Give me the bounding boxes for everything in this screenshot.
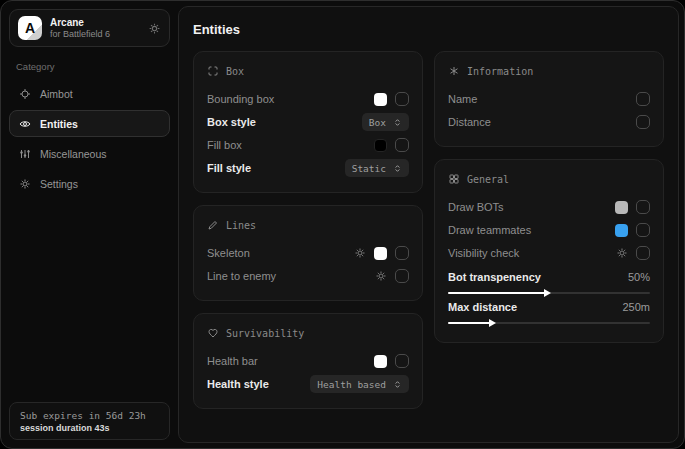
dropdown-value: Box xyxy=(369,117,386,128)
setting-label: Skeleton xyxy=(207,247,250,259)
setting-label: Fill box xyxy=(207,139,242,151)
setting-row-fill-style: Fill style Static xyxy=(207,157,409,179)
card-title: General xyxy=(467,174,509,185)
gear-icon xyxy=(19,178,31,190)
setting-row-distance: Distance xyxy=(448,111,650,133)
chevron-up-down-icon xyxy=(393,118,402,127)
max-distance-slider-group: Max distance 250m xyxy=(448,301,650,324)
setting-row-draw-bots: Draw BOTs xyxy=(448,196,650,218)
fill-style-dropdown[interactable]: Static xyxy=(345,159,409,177)
slider-value: 250m xyxy=(622,301,650,313)
color-swatch[interactable] xyxy=(374,139,387,152)
distance-checkbox[interactable] xyxy=(636,115,650,129)
slider-thumb[interactable] xyxy=(489,319,496,327)
setting-row-fill-box: Fill box xyxy=(207,134,409,156)
setting-row-bounding-box: Bounding box xyxy=(207,88,409,110)
setting-label: Name xyxy=(448,93,477,105)
setting-row-visibility-check: Visibility check xyxy=(448,242,650,264)
lines-card: Lines Skeleton xyxy=(193,205,423,301)
session-duration-text: session duration 43s xyxy=(20,423,159,433)
gear-icon[interactable] xyxy=(354,247,366,259)
heart-icon xyxy=(207,327,219,339)
setting-label: Bot transpenency xyxy=(448,271,541,283)
crosshair-icon xyxy=(19,88,31,100)
app-window: A Arcane for Battlefield 6 Category Aimb… xyxy=(0,0,685,449)
main-panel: Entities Box Bounding box xyxy=(178,6,679,443)
sidebar-item-settings[interactable]: Settings xyxy=(9,170,170,197)
logo-card: A Arcane for Battlefield 6 xyxy=(9,9,170,47)
sliders-icon xyxy=(19,148,31,160)
bounding-box-checkbox[interactable] xyxy=(395,92,409,106)
setting-label: Draw BOTs xyxy=(448,201,504,213)
setting-row-health-bar: Health bar xyxy=(207,350,409,372)
gear-icon[interactable] xyxy=(616,247,628,259)
fill-box-checkbox[interactable] xyxy=(395,138,409,152)
setting-label: Health bar xyxy=(207,355,258,367)
card-title: Survivability xyxy=(226,328,304,339)
line-to-enemy-checkbox[interactable] xyxy=(395,269,409,283)
entities-icon xyxy=(19,118,31,130)
dropdown-value: Static xyxy=(352,163,386,174)
max-distance-slider[interactable] xyxy=(448,322,650,324)
sidebar-item-entities[interactable]: Entities xyxy=(9,110,170,137)
setting-label: Fill style xyxy=(207,162,251,174)
visibility-check-checkbox[interactable] xyxy=(636,246,650,260)
app-logo: A xyxy=(18,16,42,40)
dropdown-value: Health based xyxy=(317,379,386,390)
color-swatch[interactable] xyxy=(615,224,628,237)
setting-label: Visibility check xyxy=(448,247,519,259)
setting-row-skeleton: Skeleton xyxy=(207,242,409,264)
setting-label: Draw teammates xyxy=(448,224,531,236)
setting-row-line-to-enemy: Line to enemy xyxy=(207,265,409,287)
category-label: Category xyxy=(16,61,170,72)
color-swatch[interactable] xyxy=(615,201,628,214)
color-swatch[interactable] xyxy=(374,355,387,368)
page-title: Entities xyxy=(193,22,664,37)
health-style-dropdown[interactable]: Health based xyxy=(310,375,409,393)
box-style-dropdown[interactable]: Box xyxy=(362,113,409,131)
setting-label: Health style xyxy=(207,378,269,390)
app-tagline: for Battlefield 6 xyxy=(50,29,140,39)
bot-transparency-slider-group: Bot transpenency 50% xyxy=(448,271,650,294)
draw-bots-checkbox[interactable] xyxy=(636,200,650,214)
box-corners-icon xyxy=(207,65,219,77)
setting-row-draw-teammates: Draw teammates xyxy=(448,219,650,241)
sidebar-item-aimbot[interactable]: Aimbot xyxy=(9,80,170,107)
card-title: Information xyxy=(467,66,533,77)
sidebar-item-label: Miscellaneous xyxy=(40,148,107,160)
sidebar-item-miscellaneous[interactable]: Miscellaneous xyxy=(9,140,170,167)
draw-teammates-checkbox[interactable] xyxy=(636,223,650,237)
chevron-up-down-icon xyxy=(393,380,402,389)
color-swatch[interactable] xyxy=(374,93,387,106)
setting-label: Line to enemy xyxy=(207,270,276,282)
name-checkbox[interactable] xyxy=(636,92,650,106)
grid-icon xyxy=(448,173,460,185)
general-card: General Draw BOTs Draw teammates xyxy=(434,159,664,343)
sidebar-item-label: Entities xyxy=(40,118,78,130)
card-title: Lines xyxy=(226,220,256,231)
sidebar: A Arcane for Battlefield 6 Category Aimb… xyxy=(1,1,178,448)
slider-value: 50% xyxy=(628,271,650,283)
slider-thumb[interactable] xyxy=(544,289,551,297)
sidebar-item-label: Aimbot xyxy=(40,88,73,100)
pencil-line-icon xyxy=(207,219,219,231)
bot-transparency-slider[interactable] xyxy=(448,292,650,294)
skeleton-checkbox[interactable] xyxy=(395,246,409,260)
health-bar-checkbox[interactable] xyxy=(395,354,409,368)
setting-label: Box style xyxy=(207,116,256,128)
gear-icon[interactable] xyxy=(375,270,387,282)
sub-expires-text: Sub expires in 56d 23h xyxy=(20,410,159,421)
setting-row-box-style: Box style Box xyxy=(207,111,409,133)
information-card: Information Name Distance xyxy=(434,51,664,147)
color-swatch[interactable] xyxy=(374,247,387,260)
subscription-card: Sub expires in 56d 23h session duration … xyxy=(9,402,170,440)
setting-label: Max distance xyxy=(448,301,517,313)
setting-row-health-style: Health style Health based xyxy=(207,373,409,395)
gear-icon[interactable] xyxy=(148,22,161,35)
sidebar-item-label: Settings xyxy=(40,178,78,190)
info-star-icon xyxy=(448,65,460,77)
card-title: Box xyxy=(226,66,244,77)
setting-row-name: Name xyxy=(448,88,650,110)
chevron-up-down-icon xyxy=(393,164,402,173)
setting-label: Distance xyxy=(448,116,491,128)
